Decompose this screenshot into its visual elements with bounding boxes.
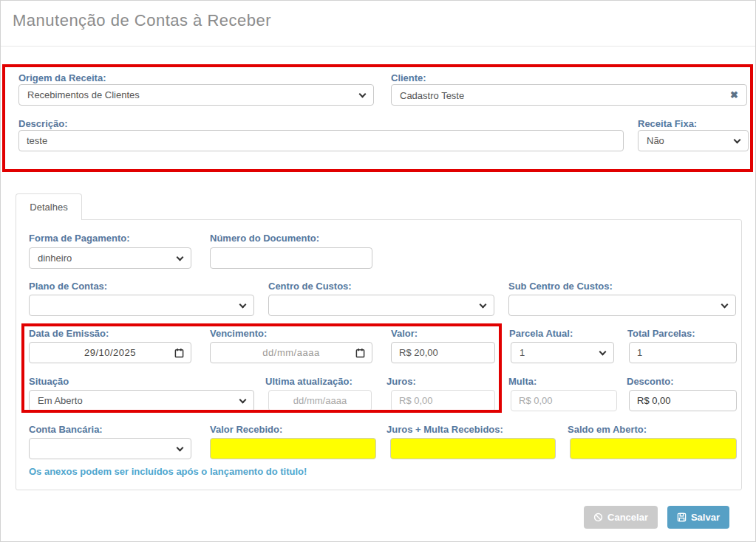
cliente-value: Cadastro Teste [400,90,464,101]
cliente-label: Cliente: [391,72,426,83]
multa-label: Multa: [508,376,537,387]
cliente-field[interactable]: Cadastro Teste ✖ [391,84,747,106]
desconto-input[interactable] [629,390,737,411]
highlight-box-top: Origem da Receita: Recebimentos de Clien… [2,64,753,172]
juros-multa-recebidos-label: Juros + Multa Recebidos: [386,424,503,435]
centro-custos-label: Centro de Custos: [268,281,352,292]
descricao-label: Descrição: [18,118,67,129]
vencimento-input[interactable]: dd/mm/aaaa [210,342,372,363]
page-title: Manutenção de Contas à Receber [13,11,271,30]
numero-documento-input[interactable] [210,247,372,269]
chevron-down-icon [239,301,247,309]
origem-receita-select[interactable]: Recebimentos de Clientes [18,84,374,106]
attachments-note: Os anexos podem ser incluídos após o lan… [29,466,307,477]
ban-icon [593,512,603,522]
desconto-label: Desconto: [627,376,674,387]
valor-recebido-label: Valor Recebido: [210,424,282,435]
calendar-icon[interactable] [355,348,365,358]
chevron-down-icon [734,137,741,144]
origem-receita-value: Recebimentos de Clientes [27,89,140,100]
descricao-input[interactable] [18,130,624,151]
parcela-atual-select[interactable]: 1 [511,342,614,363]
ultima-atualizacao-label: Ultima atualização: [265,376,353,387]
chevron-down-icon [177,254,184,261]
valor-label: Valor: [391,328,418,339]
juros-multa-recebidos-input[interactable] [390,438,556,459]
valor-recebido-input[interactable] [210,438,376,459]
juros-label: Juros: [386,376,416,387]
vencimento-placeholder: dd/mm/aaaa [262,347,319,358]
valor-input[interactable] [391,342,495,363]
detalhes-panel: Forma de Pagamento: dinheiro Número do D… [16,219,742,490]
juros-input [391,390,495,411]
forma-pagamento-label: Forma de Pagamento: [29,233,130,244]
save-button[interactable]: Salvar [667,506,729,529]
tab-detalhes-label: Detalhes [30,202,67,213]
saldo-em-aberto-label: Saldo em Aberto: [568,424,647,435]
receita-fixa-select[interactable]: Não [638,130,749,151]
cancel-button-label: Cancelar [607,512,648,523]
situacao-select[interactable]: Em Aberto [29,390,254,411]
receita-fixa-value: Não [647,135,664,146]
calendar-icon[interactable] [174,348,184,358]
plano-contas-select[interactable] [29,295,254,316]
situacao-label: Situação [29,376,69,387]
data-emissao-value: 29/10/2025 [84,347,136,358]
parcela-atual-label: Parcela Atual: [509,328,573,339]
forma-pagamento-select[interactable]: dinheiro [29,247,191,269]
vencimento-label: Vencimento: [210,328,267,339]
origem-receita-label: Origem da Receita: [18,72,106,83]
total-parcelas-input[interactable] [629,342,737,363]
accounts-receivable-dialog: Manutenção de Contas à Receber Origem da… [0,0,756,542]
cancel-button[interactable]: Cancelar [584,506,658,529]
data-emissao-label: Data de Emissão: [29,328,109,339]
header-divider [1,46,755,47]
tab-detalhes[interactable]: Detalhes [16,193,82,220]
centro-custos-select[interactable] [268,295,494,316]
save-button-label: Salvar [691,512,720,523]
receita-fixa-label: Receita Fixa: [638,118,697,129]
conta-bancaria-label: Conta Bancária: [29,424,103,435]
clear-x-icon[interactable]: ✖ [730,89,738,100]
chevron-down-icon [599,349,607,356]
ultima-atualizacao-input [268,390,372,411]
sub-centro-custos-select[interactable] [508,295,736,316]
save-floppy-icon [677,512,687,522]
chevron-down-icon [177,445,184,452]
forma-pagamento-value: dinheiro [38,253,72,264]
situacao-value: Em Aberto [38,395,83,406]
chevron-down-icon [359,91,367,98]
data-emissao-input[interactable]: 29/10/2025 [29,342,191,363]
total-parcelas-label: Total Parcelas: [627,328,695,339]
sub-centro-custos-label: Sub Centro de Custos: [508,281,613,292]
chevron-down-icon [480,301,487,309]
chevron-down-icon [239,397,247,404]
saldo-em-aberto-input[interactable] [570,438,737,459]
footer-actions: Cancelar Salvar [584,506,729,529]
chevron-down-icon [721,301,729,309]
multa-input [511,390,617,411]
numero-documento-label: Número do Documento: [210,233,319,244]
parcela-atual-value: 1 [520,347,525,358]
plano-contas-label: Plano de Contas: [29,281,107,292]
conta-bancaria-select[interactable] [29,438,191,459]
